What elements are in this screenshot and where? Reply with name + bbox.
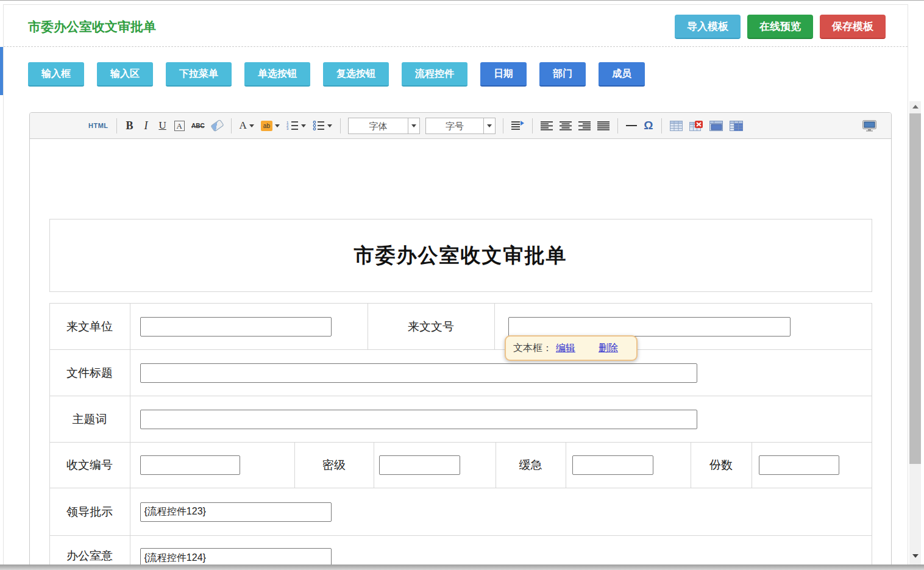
table-cells-button[interactable] — [727, 117, 745, 134]
add-member-button[interactable]: 成员 — [599, 62, 645, 87]
editor-canvas[interactable]: 市委办公室收文审批单 来文单位 来文文号 文件标题 — [30, 219, 891, 569]
add-date-button[interactable]: 日期 — [480, 62, 527, 87]
char-border-icon: A — [174, 121, 185, 131]
delete-link[interactable]: 删除 — [599, 342, 618, 355]
highlight-color-button[interactable]: ab — [258, 117, 282, 134]
save-template-button[interactable]: 保存模板 — [820, 15, 886, 39]
toolbar-separator — [617, 118, 618, 134]
form-label-cell: 文件标题 — [50, 350, 130, 396]
html-icon: HTML — [88, 122, 108, 129]
underline-button[interactable]: U — [155, 117, 170, 134]
scrollbar-thumb[interactable] — [909, 113, 921, 464]
strikethrough-icon: ABC — [191, 123, 205, 129]
align-justify-button[interactable] — [595, 117, 612, 134]
form-table: 来文单位 来文文号 文件标题 — [49, 303, 872, 569]
insert-table-button[interactable] — [667, 117, 685, 134]
incoming-doc-unit-input[interactable] — [140, 317, 332, 337]
header-actions: 导入模板 在线预览 保存模板 — [675, 15, 886, 39]
bullet-list-icon — [313, 121, 325, 130]
form-input-cell — [130, 488, 872, 535]
add-checkbox-button[interactable]: 复选按钮 — [323, 62, 389, 87]
table-row: 收文编号 密级 缓急 份数 — [50, 443, 872, 488]
strikethrough-button[interactable]: ABC — [189, 117, 207, 134]
leader-instructions-control[interactable] — [140, 502, 332, 522]
align-center-icon — [560, 121, 572, 130]
ordered-list-icon: 1 2 3 — [286, 121, 299, 130]
edit-link[interactable]: 编辑 — [556, 342, 575, 355]
page-title: 市委办公室收文审批单 — [28, 18, 156, 35]
align-justify-icon — [597, 121, 609, 130]
chevron-down-icon — [301, 124, 306, 127]
receipt-number-input[interactable] — [140, 455, 240, 475]
toolbar-separator — [661, 118, 662, 134]
vertical-scrollbar[interactable] — [909, 101, 921, 565]
header: 市委办公室收文审批单 导入模板 在线预览 保存模板 — [4, 5, 908, 39]
font-family-label: 字体 — [349, 118, 408, 134]
control-toolbar: 输入框 输入区 下拉菜单 单选按钮 复选按钮 流程控件 日期 部门 成员 — [4, 47, 908, 87]
form-input-cell — [566, 443, 691, 488]
control-type-label: 文本框： — [513, 342, 552, 355]
security-level-input[interactable] — [379, 455, 460, 475]
special-char-button[interactable]: Ω — [641, 117, 656, 134]
highlight-icon: ab — [261, 121, 272, 131]
bold-icon: B — [126, 119, 133, 132]
subject-words-input[interactable] — [140, 410, 697, 429]
delete-table-button[interactable] — [687, 117, 705, 134]
table-properties-button[interactable] — [707, 117, 725, 134]
align-left-button[interactable] — [538, 117, 555, 134]
fullscreen-button[interactable] — [860, 117, 879, 134]
scroll-up-button[interactable] — [909, 101, 921, 112]
horizontal-rule-icon — [626, 125, 637, 126]
ordered-list-button[interactable]: 1 2 3 — [284, 117, 308, 134]
rich-text-editor: HTML B I U A ABC A ab 1 2 3 — [29, 112, 892, 569]
indent-button[interactable] — [509, 117, 527, 134]
font-size-select[interactable]: 字号 — [425, 118, 496, 134]
horizontal-rule-button[interactable] — [624, 117, 639, 134]
add-input-box-button[interactable]: 输入框 — [28, 62, 84, 87]
form-input-cell — [752, 443, 872, 488]
chevron-down-icon — [408, 118, 419, 134]
font-color-button[interactable]: A — [237, 117, 257, 134]
add-dropdown-button[interactable]: 下拉菜单 — [166, 62, 232, 87]
toolbar-separator — [503, 118, 503, 134]
table-row: 文件标题 — [50, 350, 872, 396]
italic-button[interactable]: I — [139, 117, 154, 134]
source-code-button[interactable]: HTML — [86, 117, 111, 134]
align-right-button[interactable] — [576, 117, 593, 134]
import-template-button[interactable]: 导入模板 — [675, 15, 741, 39]
bold-button[interactable]: B — [123, 117, 137, 134]
add-flow-control-button[interactable]: 流程控件 — [402, 62, 467, 87]
char-border-button[interactable]: A — [172, 117, 187, 134]
italic-icon: I — [144, 119, 148, 132]
scroll-down-button[interactable] — [909, 550, 921, 561]
form-input-cell — [374, 443, 496, 488]
main-panel: 市委办公室收文审批单 导入模板 在线预览 保存模板 输入框 输入区 下拉菜单 单… — [3, 4, 908, 570]
copies-input[interactable] — [759, 455, 839, 475]
omega-icon: Ω — [644, 119, 653, 132]
form-input-cell — [130, 443, 295, 488]
online-preview-button[interactable]: 在线预览 — [747, 15, 813, 39]
form-title-box: 市委办公室收文审批单 — [49, 219, 872, 292]
window-bottom-edge — [0, 565, 924, 570]
add-department-button[interactable]: 部门 — [539, 62, 586, 87]
chevron-down-icon — [275, 124, 280, 127]
eraser-icon — [210, 119, 224, 132]
remove-format-button[interactable] — [209, 117, 226, 134]
font-size-label: 字号 — [426, 118, 483, 134]
font-family-select[interactable]: 字体 — [348, 118, 420, 134]
chevron-down-icon — [249, 124, 254, 127]
form-label-cell: 来文单位 — [50, 304, 130, 349]
align-center-button[interactable] — [557, 117, 574, 134]
doc-title-input[interactable] — [140, 363, 697, 383]
underline-icon: U — [158, 119, 166, 132]
urgency-input[interactable] — [572, 455, 653, 475]
chevron-down-icon — [327, 124, 332, 127]
clipped-left-element — [0, 47, 3, 95]
align-left-icon — [541, 121, 553, 130]
table-cells-icon — [730, 121, 743, 131]
add-textarea-button[interactable]: 输入区 — [97, 62, 153, 87]
bullet-list-button[interactable] — [310, 117, 335, 134]
incoming-doc-number-input[interactable] — [508, 317, 791, 337]
add-radio-button[interactable]: 单选按钮 — [244, 62, 310, 87]
editor-toolbar: HTML B I U A ABC A ab 1 2 3 — [30, 113, 891, 139]
